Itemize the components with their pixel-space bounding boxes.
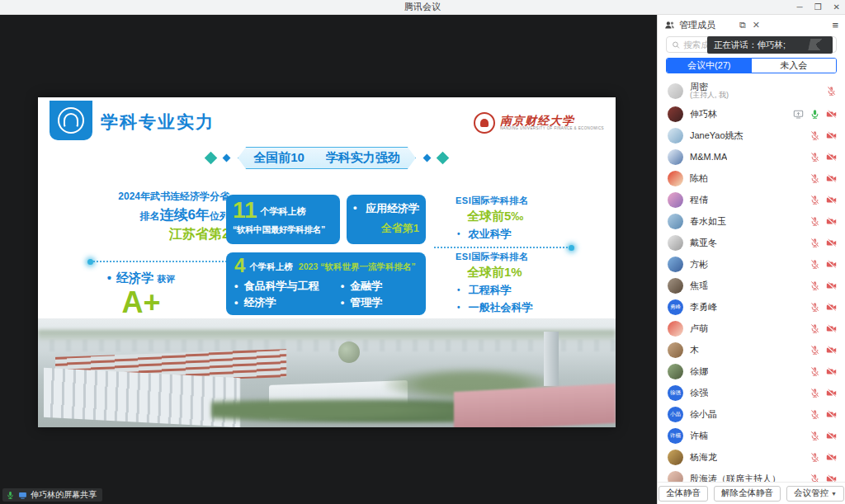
member-row[interactable]: 小晶 徐小晶 [658,403,845,425]
member-row[interactable]: 徐娜 [658,360,845,382]
avatar [668,192,683,208]
member-row[interactable]: 伸巧林 [658,103,845,125]
mic-muted-icon[interactable] [810,238,820,248]
banner-pill: 全国前10 学科实力强劲 [238,147,416,169]
member-status-icons [810,409,837,420]
mic-muted-icon[interactable] [810,216,820,227]
member-status-icons [810,302,837,313]
mic-muted-icon[interactable] [810,452,820,463]
camera-off-icon[interactable] [826,173,837,184]
camera-off-icon[interactable] [826,366,837,377]
member-name: M&M.MA [690,152,727,162]
camera-off-icon[interactable] [826,323,837,334]
member-row[interactable]: 程倩 [658,189,845,210]
close-panel-icon[interactable]: ✕ [753,20,760,31]
mic-muted-icon[interactable] [810,409,820,420]
camera-off-icon[interactable] [826,152,837,163]
camera-off-icon[interactable] [826,409,837,420]
camera-off-icon[interactable] [826,216,837,227]
member-row[interactable]: 焦瑶 [658,275,845,296]
speaking-toast: 正在讲话：伸巧林; [707,36,833,54]
member-status-icons [810,130,837,141]
close-icon[interactable]: ✕ [833,0,840,15]
member-name: 徐小晶 [690,409,717,419]
menu-icon[interactable]: ≡ [832,19,838,31]
mic-muted-icon[interactable] [810,345,820,356]
mic-muted-icon[interactable] [810,366,820,377]
dotted-divider [91,261,229,262]
camera-off-icon[interactable] [826,280,837,291]
mic-active-icon[interactable] [810,109,820,120]
mic-muted-icon[interactable] [810,130,820,141]
camera-off-icon[interactable] [826,259,837,270]
avatar [668,342,683,358]
member-status-icons [810,238,837,248]
member-row[interactable]: M&M.MA [658,146,845,167]
camera-off-icon[interactable] [826,109,837,120]
mute-all-button[interactable]: 全体静音 [659,486,708,502]
member-list[interactable]: 周密 (主持人, 我) 伸巧林 JaneYao姚杰 [658,77,845,487]
mic-muted-icon[interactable] [810,152,820,163]
member-name: 方彬 [690,259,708,269]
member-status-icons [810,280,837,291]
mic-muted-icon[interactable] [826,86,837,97]
member-row[interactable]: 勇峰 李勇峰 [658,296,845,318]
member-row[interactable]: 周密 (主持人, 我) [658,78,845,103]
member-role: (主持人, 我) [690,92,729,100]
member-name: 程倩 [690,195,708,205]
maximize-icon[interactable]: ❐ [814,0,822,15]
esi-bottom-block: ESI国际学科排名 全球前1% •工程科学 •一般社会科学 [456,251,604,315]
camera-off-icon[interactable] [826,195,837,205]
mic-muted-icon[interactable] [810,431,820,441]
member-name: 伸巧林 [690,109,717,119]
member-row[interactable]: 木 [658,339,845,360]
mic-muted-icon[interactable] [810,323,820,334]
camera-off-icon[interactable] [826,302,837,313]
avatar: 小晶 [668,407,683,422]
member-row[interactable]: 卢萌 [658,318,845,339]
popout-icon[interactable]: ⧉ [739,20,746,31]
camera-off-icon[interactable] [826,452,837,463]
mic-muted-icon[interactable] [810,280,820,291]
member-row[interactable]: 戴亚冬 [658,232,845,253]
diamond-icon [437,152,450,165]
member-name: 木 [690,345,699,355]
screen-share-indicator[interactable]: 伸巧林的屏幕共享 [2,488,102,502]
member-row[interactable]: 杨海龙 [658,446,845,468]
member-row[interactable]: JaneYao姚杰 [658,125,845,146]
member-name: 卢萌 [690,323,708,333]
left-ranking-block: 2024年武书连经济学分省 排名连续6年位列 江苏省第2 [53,190,229,243]
tab-in-meeting[interactable]: 会议中(27) [667,59,752,73]
avatar [668,83,683,99]
member-status-icons [810,323,837,334]
member-status-icons [810,152,837,163]
member-row[interactable]: 许楠 许楠 [658,425,845,446]
avatar [668,171,683,186]
mic-muted-icon[interactable] [810,259,820,270]
camera-off-icon[interactable] [826,130,837,141]
monitor-icon [18,491,27,500]
search-icon [672,40,680,49]
camera-off-icon[interactable] [826,238,837,248]
mic-muted-icon[interactable] [810,195,820,205]
avatar [668,128,683,144]
mic-muted-icon[interactable] [810,173,820,184]
university-logo: 南京财经大学 NANJING UNIVERSITY OF FINANCE & E… [474,112,604,134]
member-name: 戴亚冬 [690,238,717,247]
camera-off-icon[interactable] [826,431,837,441]
unmute-all-button[interactable]: 解除全体静音 [714,486,781,502]
mic-muted-icon[interactable] [810,388,820,398]
member-row[interactable]: 方彬 [658,253,845,275]
member-row[interactable]: 陈柏 [658,167,845,189]
member-name: 陈柏 [690,173,708,183]
member-status-icons [810,173,837,184]
member-row[interactable]: 徐强 徐强 [658,382,845,403]
university-name-english: NANJING UNIVERSITY OF FINANCE & ECONOMIC… [500,127,604,131]
mic-muted-icon[interactable] [810,302,820,313]
tab-not-joined[interactable]: 未入会 [752,59,837,73]
member-row[interactable]: 春水如玉 [658,210,845,232]
camera-off-icon[interactable] [826,388,837,398]
camera-off-icon[interactable] [826,345,837,356]
meeting-control-button[interactable]: 会议管控 ▼ [786,486,844,502]
minimize-icon[interactable]: ─ [797,0,803,15]
